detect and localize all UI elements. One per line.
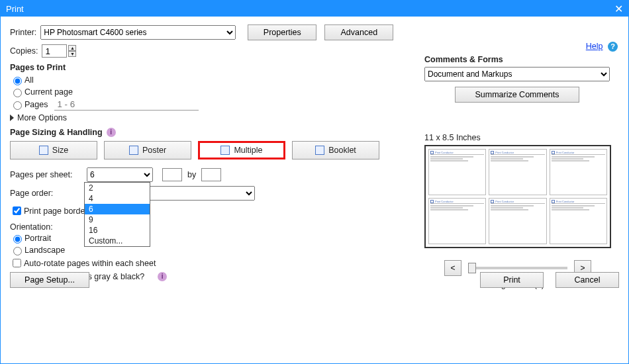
pps-option[interactable]: 2 — [85, 183, 150, 193]
radio-pages[interactable] — [13, 101, 22, 110]
radio-current[interactable] — [13, 89, 22, 97]
printer-select[interactable]: HP Photosmart C4600 series — [40, 25, 236, 40]
pps-by-label: by — [187, 170, 196, 179]
properties-button[interactable]: Properties — [248, 24, 316, 40]
summarize-button[interactable]: Summarize Comments — [455, 87, 579, 103]
print-preview: Print Conductor Print Conductor Print Co… — [424, 145, 611, 248]
comments-title: Comments & Forms — [424, 55, 611, 64]
preview-page: Print Conductor — [428, 149, 486, 195]
copies-label: Copies: — [10, 46, 38, 56]
radio-all[interactable] — [13, 77, 22, 85]
autorotate-check[interactable] — [13, 259, 21, 267]
tab-poster[interactable]: Poster — [104, 141, 191, 159]
portrait-label: Portrait — [24, 234, 51, 243]
pps-option[interactable]: 9 — [85, 214, 150, 225]
more-options-label: More Options — [17, 113, 67, 122]
tab-size-label: Size — [52, 146, 68, 155]
preview-dimensions: 11 x 8.5 Inches — [424, 133, 611, 142]
pps-option[interactable]: Custom... — [85, 236, 150, 246]
print-border-check[interactable] — [13, 206, 21, 215]
print-button[interactable]: Print — [480, 272, 544, 288]
tab-size[interactable]: Size — [10, 141, 97, 159]
tab-poster-label: Poster — [142, 146, 166, 155]
close-icon[interactable]: ✕ — [614, 3, 623, 15]
radio-pages-label: Pages — [24, 100, 48, 109]
pps-option[interactable]: 16 — [85, 225, 150, 236]
window-title: Print — [6, 4, 24, 14]
tab-multiple-label: Multiple — [234, 146, 262, 155]
sizing-title: Page Sizing & Handling — [10, 128, 103, 137]
pps-rows-input[interactable] — [201, 168, 221, 181]
pps-label: Pages per sheet: — [10, 170, 83, 179]
page-setup-button[interactable]: Page Setup... — [10, 272, 89, 288]
tab-booklet-label: Booklet — [328, 146, 356, 155]
triangle-right-icon — [10, 114, 14, 121]
cancel-button[interactable]: Cancel — [556, 272, 619, 288]
copies-up-icon[interactable]: ▲ — [68, 45, 76, 51]
page-order-label: Page order: — [10, 189, 83, 198]
radio-current-label: Current page — [24, 87, 73, 97]
poster-icon — [129, 146, 138, 155]
page-slider[interactable] — [468, 267, 567, 269]
landscape-label: Landscape — [24, 246, 65, 255]
pps-dropdown[interactable]: 2 4 6 9 16 Custom... — [84, 182, 150, 247]
copies-input[interactable] — [42, 44, 67, 58]
preview-page: Print Conductor — [550, 198, 607, 244]
pps-option[interactable]: 4 — [85, 193, 150, 204]
tab-multiple[interactable]: Multiple — [198, 141, 285, 159]
autorotate-label: Auto-rotate pages within each sheet — [24, 259, 156, 268]
printer-label: Printer: — [10, 28, 36, 37]
radio-portrait[interactable] — [13, 235, 22, 244]
preview-page: Print Conductor — [428, 198, 486, 244]
pps-cols-input[interactable] — [162, 168, 182, 181]
info-icon[interactable]: i — [107, 128, 116, 137]
pps-option-hi[interactable]: 6 — [85, 204, 150, 214]
booklet-icon — [315, 146, 324, 155]
radio-all-label: All — [24, 75, 34, 85]
preview-page: Print Conductor — [489, 149, 546, 195]
preview-page: Print Conductor — [489, 198, 546, 244]
tab-booklet[interactable]: Booklet — [292, 141, 379, 159]
comments-select[interactable]: Document and Markups — [424, 67, 610, 81]
radio-landscape[interactable] — [13, 247, 22, 255]
preview-page: Print Conductor — [550, 149, 607, 195]
advanced-button[interactable]: Advanced — [324, 24, 393, 40]
copies-down-icon[interactable]: ▼ — [68, 51, 76, 57]
pages-range-input[interactable] — [54, 99, 199, 111]
size-icon — [39, 146, 48, 155]
multiple-icon — [220, 146, 230, 155]
pps-select[interactable]: 6 — [87, 167, 153, 182]
print-border-label: Print page border — [24, 206, 88, 216]
